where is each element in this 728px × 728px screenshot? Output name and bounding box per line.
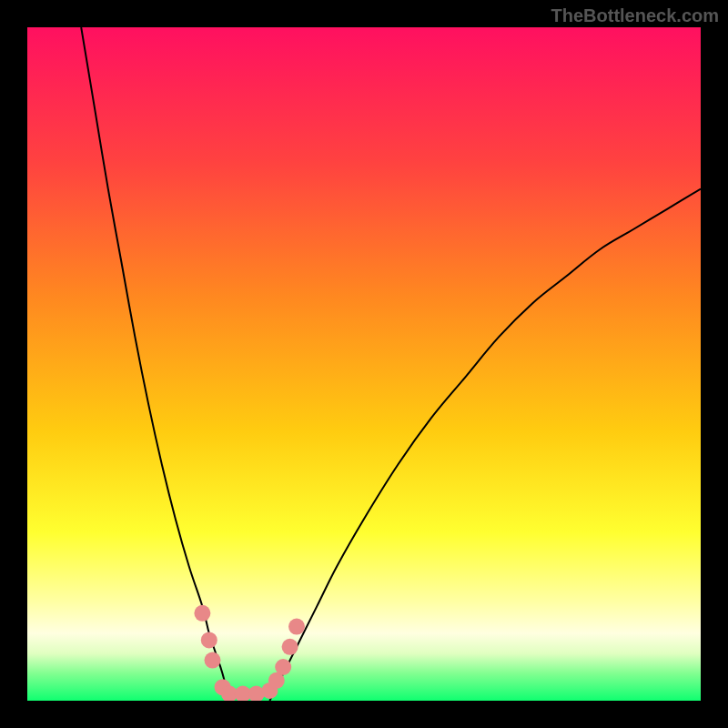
scatter-dot bbox=[288, 619, 305, 635]
scatter-dot bbox=[205, 652, 221, 669]
scatter-dot bbox=[275, 659, 291, 675]
bottleneck-dots bbox=[194, 605, 305, 701]
watermark-text: TheBottleneck.com bbox=[551, 5, 719, 26]
scatter-dot bbox=[282, 639, 298, 655]
chart-area bbox=[27, 27, 701, 701]
scatter-overlay bbox=[27, 27, 701, 701]
scatter-dot bbox=[194, 605, 210, 622]
scatter-dot bbox=[201, 632, 217, 648]
